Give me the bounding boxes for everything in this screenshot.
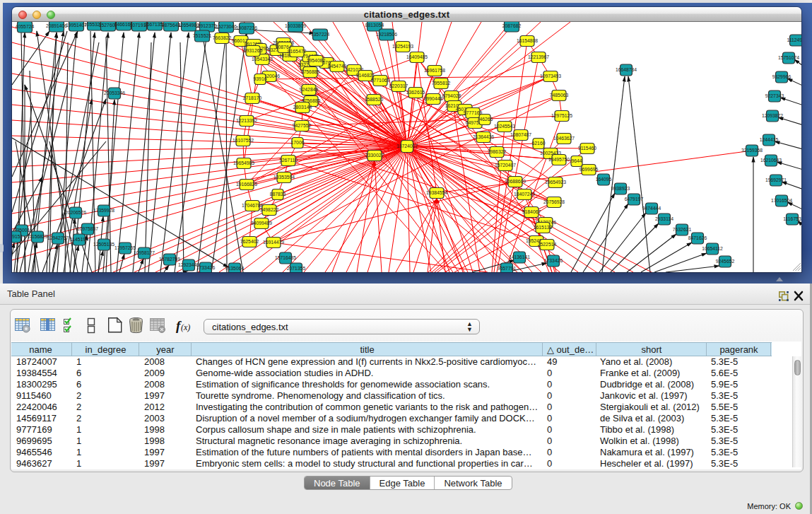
svg-text:16107552: 16107552 <box>233 138 254 143</box>
svg-text:1244415: 1244415 <box>760 137 779 142</box>
svg-text:14136141: 14136141 <box>509 255 530 259</box>
svg-text:9474444: 9474444 <box>642 206 661 211</box>
svg-text:1362615: 1362615 <box>406 90 425 95</box>
svg-text:19166825: 19166825 <box>236 182 257 187</box>
svg-text:20756928: 20756928 <box>543 199 565 204</box>
svg-text:3267110: 3267110 <box>279 158 298 163</box>
svg-text:13495750: 13495750 <box>548 157 570 162</box>
svg-text:1588520: 1588520 <box>365 97 384 102</box>
svg-text:84099489: 84099489 <box>251 221 272 226</box>
svg-text:16914479: 16914479 <box>263 240 284 245</box>
svg-text:1145194: 1145194 <box>70 237 88 242</box>
svg-text:10654112: 10654112 <box>702 246 723 251</box>
svg-text:8990448: 8990448 <box>424 96 443 101</box>
svg-text:16648784: 16648784 <box>616 67 637 72</box>
svg-text:7485063: 7485063 <box>550 93 569 98</box>
svg-text:9184067: 9184067 <box>522 209 541 214</box>
svg-text:6794028: 6794028 <box>442 93 461 98</box>
svg-text:7955812: 7955812 <box>432 81 451 86</box>
svg-text:11124987: 11124987 <box>787 37 801 42</box>
svg-text:7663822: 7663822 <box>213 35 232 40</box>
svg-text:2087682: 2087682 <box>502 23 522 28</box>
svg-text:15720407: 15720407 <box>495 163 516 168</box>
svg-text:18407249: 18407249 <box>514 192 535 197</box>
svg-text:12093872: 12093872 <box>762 113 783 118</box>
svg-text:9427552: 9427552 <box>293 123 312 128</box>
svg-text:10245543: 10245543 <box>494 124 515 129</box>
svg-text:9699695: 9699695 <box>579 167 599 172</box>
svg-text:8813054: 8813054 <box>365 23 384 28</box>
svg-text:20206576: 20206576 <box>65 210 86 215</box>
svg-text:8756885: 8756885 <box>301 69 320 74</box>
svg-text:17006: 17006 <box>291 140 305 145</box>
svg-text:9135064: 9135064 <box>225 266 245 271</box>
svg-text:8454749: 8454749 <box>328 64 347 69</box>
svg-text:12942757: 12942757 <box>47 235 69 240</box>
svg-text:19692971: 19692971 <box>765 177 787 182</box>
svg-text:21364436: 21364436 <box>473 134 494 139</box>
svg-text:887833: 887833 <box>270 192 286 197</box>
svg-text:1116753: 1116753 <box>783 216 801 221</box>
svg-text:8165472: 8165472 <box>288 49 307 54</box>
svg-text:12654980: 12654980 <box>178 23 199 28</box>
svg-text:16409485: 16409485 <box>406 54 428 59</box>
svg-text:93916: 93916 <box>254 76 267 81</box>
svg-text:1733426: 1733426 <box>196 265 216 270</box>
svg-text:17016504: 17016504 <box>771 198 792 203</box>
svg-text:9227343: 9227343 <box>765 93 784 98</box>
svg-text:15273046: 15273046 <box>216 24 237 29</box>
svg-text:7986322: 7986322 <box>488 149 507 154</box>
svg-text:10463627: 10463627 <box>553 136 575 141</box>
svg-text:7625402: 7625402 <box>240 239 259 244</box>
svg-text:16154808: 16154808 <box>517 38 538 43</box>
svg-text:19218506: 19218506 <box>376 32 397 37</box>
svg-text:19087236: 19087236 <box>236 25 257 30</box>
svg-text:19384554: 19384554 <box>426 190 447 195</box>
svg-text:2330027: 2330027 <box>365 153 384 158</box>
svg-text:9329966: 9329966 <box>772 74 792 79</box>
svg-text:13353594: 13353594 <box>273 175 295 180</box>
svg-text:12975125: 12975125 <box>551 113 572 118</box>
svg-text:9245652: 9245652 <box>716 259 735 264</box>
svg-text:17957255: 17957255 <box>114 245 136 250</box>
svg-text:7357224: 7357224 <box>311 32 330 37</box>
svg-text:62160: 62160 <box>532 141 546 146</box>
svg-text:2071355: 2071355 <box>287 266 306 271</box>
svg-text:16782759: 16782759 <box>159 257 180 262</box>
svg-text:2803144: 2803144 <box>293 105 312 110</box>
svg-text:15716485: 15716485 <box>275 255 296 260</box>
svg-text:16961758: 16961758 <box>424 68 445 73</box>
svg-text:10543342: 10543342 <box>252 57 273 62</box>
svg-text:4055724: 4055724 <box>16 24 35 29</box>
svg-text:20891406: 20891406 <box>46 23 67 28</box>
svg-text:13254193: 13254193 <box>392 44 413 49</box>
svg-text:12213392: 12213392 <box>236 118 257 123</box>
svg-text:7632621: 7632621 <box>673 227 692 232</box>
svg-text:10688609: 10688609 <box>505 179 526 184</box>
svg-text:11156829: 11156829 <box>27 234 47 239</box>
svg-text:19654985: 19654985 <box>233 160 254 165</box>
svg-text:(x): (x) <box>181 322 190 332</box>
svg-text:2718170: 2718170 <box>243 95 262 100</box>
svg-text:939151: 939151 <box>12 234 23 239</box>
svg-text:8471626: 8471626 <box>688 235 707 240</box>
svg-text:19654923: 19654923 <box>545 180 566 185</box>
svg-text:17359928: 17359928 <box>93 208 114 213</box>
svg-text:16033809: 16033809 <box>285 23 306 28</box>
svg-text:1954082: 1954082 <box>307 58 326 63</box>
svg-text:164095: 164095 <box>596 177 612 182</box>
svg-text:9242848: 9242848 <box>300 87 319 92</box>
svg-text:9931265: 9931265 <box>244 48 263 53</box>
svg-text:8220317: 8220317 <box>389 83 408 88</box>
svg-text:20053346: 20053346 <box>104 90 125 95</box>
svg-text:18724007: 18724007 <box>396 144 418 148</box>
svg-text:7515521: 7515521 <box>193 33 212 38</box>
svg-text:10973493: 10973493 <box>540 74 561 78</box>
svg-text:9771069: 9771069 <box>371 78 390 83</box>
svg-text:32159358: 32159358 <box>741 148 763 153</box>
svg-text:2933114: 2933114 <box>655 216 673 221</box>
svg-text:10975857: 10975857 <box>77 226 98 231</box>
svg-text:6479197: 6479197 <box>625 197 644 201</box>
svg-text:3498222: 3498222 <box>260 207 279 212</box>
svg-text:16210643: 16210643 <box>760 158 782 163</box>
